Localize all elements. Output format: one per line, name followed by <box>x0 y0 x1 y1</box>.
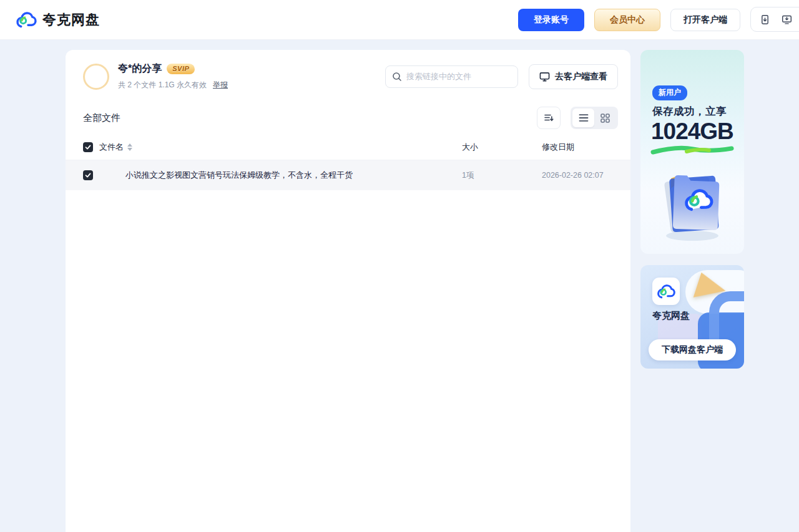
monitor-icon <box>539 72 550 82</box>
list-view-button[interactable] <box>572 109 594 127</box>
top-header: 夸克网盘 登录账号 会员中心 打开客户端 <box>0 0 799 40</box>
file-name[interactable]: 小说推文之影视图文营销号玩法保姆级教学，不含水，全程干货 <box>125 170 462 181</box>
quark-app-icon <box>652 278 680 305</box>
share-title: 夸*的分享 <box>118 62 162 75</box>
sort-order-button[interactable] <box>537 107 561 129</box>
sort-icon <box>544 113 554 123</box>
promo-line1: 保存成功，立享 <box>652 105 727 118</box>
file-modified-date: 2026-02-26 02:07 <box>542 171 618 180</box>
green-swoosh-icon <box>649 145 735 156</box>
share-panel: 夸*的分享 SVIP 共 2 个文件 1.1G 永久有效 举报 去客户端查看 <box>66 50 630 532</box>
download-apps-group <box>750 7 799 32</box>
share-meta-text: 共 2 个文件 1.1G 永久有效 <box>118 80 207 90</box>
column-header-modified[interactable]: 修改日期 <box>542 142 618 153</box>
row-checkbox[interactable] <box>83 170 93 180</box>
search-icon <box>392 72 402 82</box>
search-input[interactable] <box>406 72 506 81</box>
column-header-size[interactable]: 大小 <box>462 142 542 153</box>
view-mode-toggle <box>571 107 618 129</box>
search-box[interactable] <box>385 65 518 88</box>
view-in-client-button[interactable]: 去客户端查看 <box>529 64 618 89</box>
svip-badge: SVIP <box>167 64 195 74</box>
promo-banner-client[interactable]: 夸克网盘 下载网盘客户端 <box>640 265 744 369</box>
new-user-badge: 新用户 <box>652 85 687 100</box>
promo-banner-1024gb[interactable]: 新用户 保存成功，立享 1024GB <box>640 50 744 254</box>
login-button[interactable]: 登录账号 <box>518 9 584 31</box>
name-sort-carets-icon[interactable] <box>127 143 132 151</box>
mobile-download-icon[interactable] <box>760 14 770 25</box>
grid-view-button[interactable] <box>594 109 616 127</box>
column-header-name[interactable]: 文件名 <box>99 142 124 153</box>
report-link[interactable]: 举报 <box>213 80 228 90</box>
list-view-icon <box>579 114 589 122</box>
vip-center-button[interactable]: 会员中心 <box>594 9 660 31</box>
file-size: 1项 <box>462 170 542 181</box>
section-title: 全部文件 <box>83 112 120 124</box>
sharer-avatar <box>83 64 109 90</box>
open-client-button[interactable]: 打开客户端 <box>670 9 740 31</box>
file-table-header: 文件名 大小 修改日期 <box>66 137 630 158</box>
table-row[interactable]: 小说推文之影视图文营销号玩法保姆级教学，不含水，全程干货 1项 2026-02-… <box>66 160 630 190</box>
folder-illustration <box>655 157 730 244</box>
file-icon-placeholder <box>93 165 123 185</box>
promo-line2: 1024GB <box>651 118 733 145</box>
grid-view-icon <box>600 114 610 123</box>
brand[interactable]: 夸克网盘 <box>15 11 100 29</box>
download-client-button[interactable]: 下载网盘客户端 <box>649 339 736 360</box>
promo-brand-name: 夸克网盘 <box>652 310 690 322</box>
select-all-checkbox[interactable] <box>83 142 93 152</box>
view-in-client-label: 去客户端查看 <box>555 71 607 82</box>
brand-name: 夸克网盘 <box>42 11 100 29</box>
quark-cloud-logo-icon <box>15 11 37 29</box>
desktop-download-icon[interactable] <box>782 14 792 25</box>
